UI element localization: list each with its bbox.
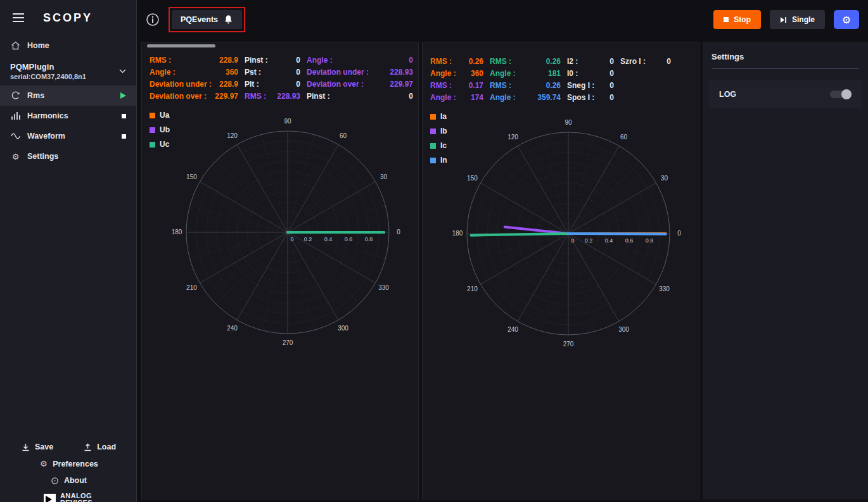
voltage-polar-chart: 030609012015018021024027030033000.20.40.… (167, 112, 408, 353)
stat-cell (620, 91, 671, 103)
single-button[interactable]: Single (770, 10, 825, 29)
legend-swatch (430, 114, 436, 120)
svg-text:180: 180 (172, 229, 182, 235)
svg-text:0.4: 0.4 (324, 236, 333, 242)
stats-scrollbar[interactable] (147, 44, 215, 47)
svg-text:30: 30 (380, 173, 388, 180)
run-indicator-stop[interactable] (122, 134, 126, 139)
settings-gear-button[interactable]: ⚙ (834, 10, 859, 29)
run-indicator-play[interactable] (120, 92, 126, 99)
log-label: LOG (719, 90, 736, 99)
stop-label: Stop (734, 15, 751, 24)
legend-swatch (150, 142, 155, 147)
pqevents-label: PQEvents (181, 15, 218, 24)
menu-toggle-button[interactable] (10, 11, 27, 25)
analog-devices-logo: ANALOG DEVICES (44, 493, 93, 502)
load-button[interactable]: Load (82, 442, 116, 451)
sidebar-item-rms[interactable]: Rms (0, 85, 136, 106)
svg-text:0: 0 (397, 229, 400, 235)
info-icon (49, 477, 60, 484)
svg-text:0: 0 (290, 236, 293, 242)
log-toggle[interactable] (830, 91, 852, 98)
info-button[interactable] (146, 13, 160, 27)
gear-icon: ⚙ (38, 459, 49, 468)
save-button[interactable]: Save (20, 442, 53, 451)
sidebar: SCOPY Home PQMPlugin serial:COM37,2400,8… (0, 0, 137, 502)
svg-text:210: 210 (186, 284, 197, 291)
svg-text:90: 90 (565, 119, 572, 126)
log-card: LOG (709, 80, 862, 108)
stat-cell: RMS :228.93 (245, 90, 300, 102)
legend-item-ib[interactable]: Ib (430, 127, 447, 135)
legend-label: Ib (440, 127, 447, 135)
plugin-name: PQMPlugin (10, 62, 86, 72)
run-indicator-stop[interactable] (122, 114, 126, 118)
svg-text:330: 330 (378, 284, 389, 291)
about-label: About (64, 476, 87, 485)
rms-icon (10, 91, 21, 100)
single-shot-icon (780, 16, 787, 23)
about-button[interactable]: About (49, 476, 87, 485)
save-icon (20, 443, 31, 451)
stat-cell: Spos I :0 (567, 91, 614, 103)
legend-item-in[interactable]: In (430, 156, 447, 165)
legend-swatch (430, 129, 436, 134)
stat-cell: RMS :0.26 (490, 79, 561, 91)
svg-text:0.4: 0.4 (605, 237, 613, 244)
legend-swatch (430, 158, 436, 163)
current-legend: IaIbIcIn (430, 112, 447, 165)
save-label: Save (35, 442, 53, 451)
preferences-label: Preferences (53, 460, 98, 468)
svg-text:270: 270 (563, 341, 574, 348)
svg-text:0: 0 (677, 230, 681, 237)
annotation-highlight: PQEvents (169, 7, 245, 32)
svg-text:60: 60 (340, 132, 347, 139)
sidebar-item-waveform[interactable]: Waveform (0, 126, 136, 146)
stat-cell: Angle :360 (430, 67, 483, 79)
svg-text:330: 330 (659, 286, 670, 292)
legend-item-ia[interactable]: Ia (430, 112, 447, 121)
stat-cell: Angle :181 (490, 67, 561, 79)
voltage-stats: RMS :228.9Pinst :0Angle :0Angle :360Pst … (142, 47, 418, 102)
load-label: Load (97, 442, 116, 451)
home-icon (10, 41, 21, 50)
load-icon (82, 443, 93, 451)
svg-text:0.6: 0.6 (345, 236, 353, 242)
voltage-chart-area: UaUbUc 030609012015018021024027030033000… (142, 102, 418, 482)
stat-cell: Angle :174 (430, 91, 483, 103)
preferences-button[interactable]: ⚙ Preferences (38, 459, 98, 468)
stat-cell: Sneg I :0 (567, 79, 614, 91)
scopy-app: SCOPY Home PQMPlugin serial:COM37,2400,8… (0, 0, 868, 502)
sidebar-item-harmonics[interactable]: Harmonics (0, 106, 136, 126)
svg-text:120: 120 (227, 132, 238, 139)
plugin-text: PQMPlugin serial:COM37,2400,8n1 (10, 62, 86, 80)
svg-text:30: 30 (661, 175, 668, 182)
stat-cell: Deviation over :229.97 (307, 78, 413, 90)
stat-cell: Deviation under :228.93 (307, 66, 413, 78)
stat-cell: RMS :228.9 (150, 54, 238, 66)
stat-cell: Plt :0 (245, 78, 300, 90)
legend-item-ic[interactable]: Ic (430, 141, 447, 150)
legend-swatch (150, 127, 155, 133)
sidebar-item-home[interactable]: Home (0, 35, 136, 56)
harmonics-icon (10, 112, 21, 120)
single-label: Single (792, 15, 815, 24)
stat-cell: Angle :0 (307, 54, 413, 66)
stat-cell: I2 :0 (567, 55, 614, 67)
pqevents-button[interactable]: PQEvents (172, 10, 242, 29)
sidebar-item-settings[interactable]: ⚙ Settings (0, 146, 136, 166)
stat-cell: Pst :0 (245, 66, 300, 78)
legend-label: Ia (440, 112, 447, 121)
svg-text:180: 180 (452, 230, 463, 237)
svg-text:120: 120 (507, 134, 518, 141)
app-logo: SCOPY (43, 11, 93, 25)
current-panel: RMS :0.26RMS :0.26I2 :0Szro I :0Angle :3… (422, 42, 699, 499)
sidebar-plugin-pqm[interactable]: PQMPlugin serial:COM37,2400,8n1 (0, 56, 136, 85)
stop-icon (724, 17, 729, 22)
chevron-down-icon[interactable] (119, 69, 126, 73)
bell-icon (224, 15, 233, 25)
voltage-phasor-chart: 030609012015018021024027030033000.20.40.… (167, 112, 408, 353)
stat-cell: RMS :0.26 (430, 55, 483, 67)
analog-devices-mark-icon (44, 494, 56, 502)
stop-button[interactable]: Stop (713, 10, 761, 29)
